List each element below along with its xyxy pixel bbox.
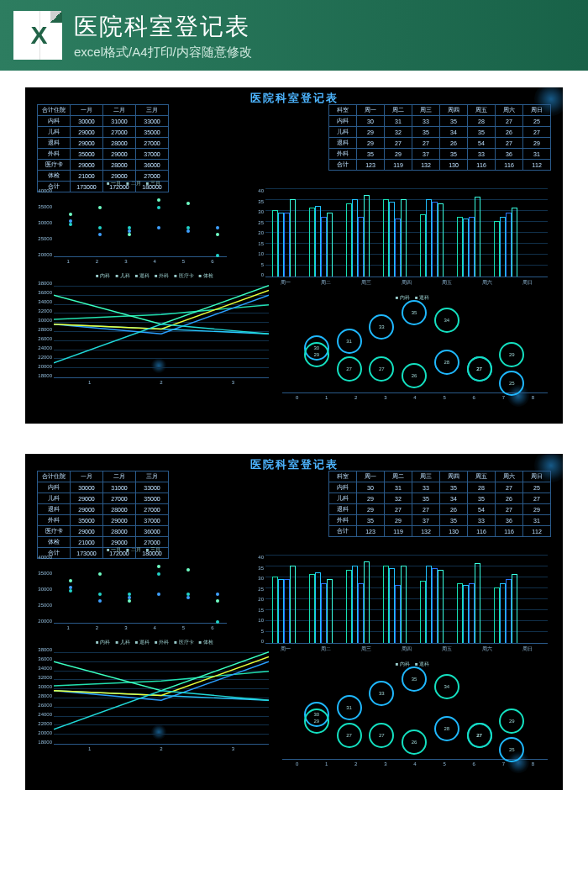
table-row: 医疗卡290002800036000 (38, 526, 169, 537)
table-cell: 27000 (103, 127, 136, 138)
table-cell: 内科 (38, 482, 71, 493)
data-point (98, 593, 102, 596)
data-point (98, 233, 102, 236)
table-header: 三月 (136, 471, 169, 482)
data-point (216, 233, 219, 236)
bar (500, 583, 506, 643)
page-header: X 医院科室登记表 excel格式/A4打印/内容随意修改 (0, 0, 588, 71)
table-header: 周六 (496, 105, 523, 116)
table-row: 退科29272726542729 (329, 504, 551, 515)
table-cell: 112 (523, 526, 551, 537)
table-cell: 29 (357, 493, 385, 504)
table-cell: 27 (412, 138, 440, 149)
table-row: 内科30313335282725 (329, 482, 551, 493)
bar (358, 583, 364, 643)
table-cell: 31 (523, 149, 551, 160)
legend-item: 体检 (199, 639, 213, 646)
data-point (216, 226, 219, 229)
bar (420, 214, 426, 277)
table-cell: 外科 (329, 149, 357, 160)
table-cell: 29000 (71, 127, 103, 138)
data-point (128, 599, 131, 603)
table-cell: 27 (496, 504, 523, 515)
data-point (157, 198, 160, 202)
table-header: 周一 (357, 105, 385, 116)
data-point (157, 593, 160, 596)
bubble: 29 (304, 709, 329, 734)
table-row: 退科290002800027000 (38, 504, 169, 515)
data-point (186, 596, 190, 599)
table-row: 内科30313335282725 (329, 116, 551, 127)
bubble: 34 (434, 308, 459, 333)
bar (469, 217, 475, 277)
table-cell: 35000 (136, 127, 169, 138)
bar (321, 583, 327, 643)
bar (352, 199, 358, 277)
table-cell: 退科 (329, 504, 357, 515)
line-chart: 内科儿科退科外科医疗卡体检380003600034000320003000028… (37, 281, 272, 390)
table-cell: 29 (357, 138, 385, 149)
table-cell: 外科 (38, 515, 71, 526)
bubble-chart: 内科退科303133352827252927272634272901234567… (274, 671, 551, 772)
data-point (216, 254, 219, 257)
legend-item: 三月 (146, 546, 160, 554)
bar (494, 587, 500, 643)
table-cell: 32 (385, 493, 412, 504)
table-cell: 医疗卡 (38, 160, 71, 171)
bar (506, 213, 512, 277)
table-cell: 116 (468, 526, 496, 537)
table-cell: 35 (440, 116, 468, 127)
table-cell: 27 (412, 504, 440, 515)
table-row: 儿科29323534352627 (329, 493, 551, 504)
bar (469, 583, 475, 643)
table-header: 一月 (71, 105, 103, 116)
plot-area (54, 647, 269, 745)
bar (432, 568, 438, 643)
table-cell: 合计 (329, 160, 357, 171)
table-header: 周二 (385, 471, 412, 482)
data-point (69, 223, 72, 226)
table-cell: 130 (440, 526, 468, 537)
table-cell: 儿科 (38, 127, 71, 138)
table-cell: 36000 (136, 160, 169, 171)
table-cell: 37000 (136, 515, 169, 526)
table-header: 三月 (136, 105, 169, 116)
bar (512, 574, 517, 643)
table-header: 周日 (523, 105, 551, 116)
table-cell: 54 (468, 138, 496, 149)
table-row: 外科35293735333631 (329, 515, 551, 526)
bar (401, 199, 407, 277)
bar (383, 566, 389, 643)
bar-chart: 4035302520151050周一周二周三周四周五周六周日 (249, 188, 551, 289)
bar (346, 570, 352, 643)
table-cell: 27 (496, 116, 523, 127)
table-cell: 28000 (103, 138, 136, 149)
excel-x-glyph: X (28, 21, 47, 50)
table-cell: 33 (468, 149, 496, 160)
table-cell: 35 (468, 493, 496, 504)
x-axis: 周一周二周三周四周五周六周日 (265, 279, 548, 289)
chart-legend: 内科儿科退科外科医疗卡体检 (37, 272, 272, 280)
table-cell: 29 (523, 504, 551, 515)
legend-item: 医疗卡 (174, 272, 193, 280)
data-point (128, 233, 131, 236)
bar (364, 561, 370, 643)
table-cell: 35 (412, 127, 440, 138)
bar (389, 202, 395, 277)
table-cell: 37 (412, 149, 440, 160)
x-axis: 123 (54, 380, 269, 390)
bar (284, 579, 290, 643)
table-cell: 27 (496, 138, 523, 149)
table-cell: 35 (468, 127, 496, 138)
dashboard-preview-1: 医院科室登记表合计住院一月二月三月内科300003100033000儿科2900… (25, 87, 563, 424)
bubble: 27 (369, 723, 394, 748)
bar (290, 199, 296, 277)
plot-area (54, 281, 269, 378)
table-cell: 26 (440, 138, 468, 149)
data-point (98, 572, 102, 576)
table-cell: 26 (496, 493, 523, 504)
table-cell: 退科 (38, 138, 71, 149)
bubble: 27 (337, 356, 362, 382)
chart-legend: 一月二月三月 (37, 180, 230, 187)
table-cell: 35 (412, 493, 440, 504)
